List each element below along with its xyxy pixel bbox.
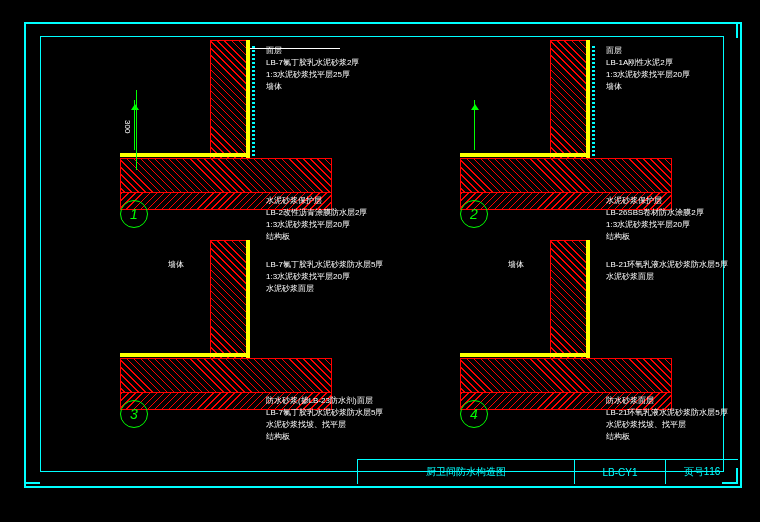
layer-label: LB-21环氧乳液水泥砂浆防水层5厚 xyxy=(606,408,728,418)
waterproof-membrane xyxy=(252,46,255,156)
layer-label: 1:3水泥砂浆找平层20厚 xyxy=(606,70,690,80)
layer-label: 水泥砂浆找坡、找平层 xyxy=(606,420,728,430)
layer-label: 水泥砂浆面层 xyxy=(266,284,383,294)
slab-hatch xyxy=(120,358,332,396)
layer-label: 防水砂浆面层 xyxy=(606,396,728,406)
floor-layer-labels: 防水砂浆(掺LB-23防水剂)面层 LB-7氯丁胶乳水泥砂浆防水层5厚 水泥砂浆… xyxy=(266,396,383,442)
detail-3[interactable]: 墙体 LB-7氯丁胶乳水泥砂浆防水层5厚 1:3水泥砂浆找平层20厚 水泥砂浆面… xyxy=(60,240,380,440)
corner-mark xyxy=(24,22,40,38)
layer-label: LB-7氯丁胶乳水泥砂浆防水层5厚 xyxy=(266,260,383,270)
waterproof-coating-floor xyxy=(120,153,250,157)
corner-mark xyxy=(722,22,738,38)
detail-number-4[interactable]: 4 xyxy=(460,400,488,428)
slab-hatch xyxy=(120,158,332,196)
layer-label: LB-7氯丁胶乳水泥砂浆防水层5厚 xyxy=(266,408,383,418)
floor-layer-labels: 水泥砂浆保护层 LB-2改性沥青涂膜防水层2厚 1:3水泥砂浆找平层20厚 结构… xyxy=(266,196,367,242)
waterproof-coating-floor xyxy=(120,353,250,357)
detail-number-1[interactable]: 1 xyxy=(120,200,148,228)
corner-mark xyxy=(24,468,40,484)
layer-label: LB-21环氧乳液水泥砂浆防水层5厚 xyxy=(606,260,728,270)
wall-layer-labels: 面层 LB-7氯丁胶乳水泥砂浆2厚 1:3水泥砂浆找平层25厚 墙体 xyxy=(266,46,359,92)
cad-drawing-canvas[interactable]: 300 面层 LB-7氯丁胶乳水泥砂浆2厚 1:3水泥砂浆找平层25厚 墙体 水… xyxy=(0,0,760,522)
detail-4[interactable]: 墙体 LB-21环氧乳液水泥砂浆防水层5厚 水泥砂浆面层 防水砂浆面层 LB-2… xyxy=(400,240,720,440)
wall-layer-labels: LB-7氯丁胶乳水泥砂浆防水层5厚 1:3水泥砂浆找平层20厚 水泥砂浆面层 xyxy=(266,260,383,294)
waterproof-coating xyxy=(246,40,250,160)
leader-line xyxy=(250,48,340,49)
layer-label: LB-2改性沥青涂膜防水层2厚 xyxy=(266,208,367,218)
layer-label: 面层 xyxy=(606,46,690,56)
layer-label: 水泥砂浆保护层 xyxy=(266,196,367,206)
slab-hatch xyxy=(460,158,672,196)
detail-2[interactable]: 面层 LB-1A刚性水泥2厚 1:3水泥砂浆找平层20厚 墙体 水泥砂浆保护层 … xyxy=(400,40,720,240)
detail-1[interactable]: 300 面层 LB-7氯丁胶乳水泥砂浆2厚 1:3水泥砂浆找平层25厚 墙体 水… xyxy=(60,40,380,240)
wall-label: 墙体 xyxy=(168,260,184,270)
layer-label: 墙体 xyxy=(606,82,690,92)
waterproof-coating xyxy=(586,40,590,160)
waterproof-membrane xyxy=(592,46,595,156)
layer-label: 水泥砂浆保护层 xyxy=(606,196,704,206)
wall-vertical-hatch xyxy=(550,40,588,162)
detail-number-2[interactable]: 2 xyxy=(460,200,488,228)
floor-layer-labels: 防水砂浆面层 LB-21环氧乳液水泥砂浆防水层5厚 水泥砂浆找坡、找平层 结构板 xyxy=(606,396,728,442)
layer-label: 水泥砂浆找坡、找平层 xyxy=(266,420,383,430)
waterproof-coating xyxy=(246,240,250,360)
wall-vertical-hatch xyxy=(550,240,588,362)
layer-label: 结构板 xyxy=(606,432,728,442)
layer-label: 1:3水泥砂浆找平层20厚 xyxy=(266,220,367,230)
layer-label: LB-26SBS卷材防水涂膜2厚 xyxy=(606,208,704,218)
layer-label: 墙体 xyxy=(266,82,359,92)
layer-label: 1:3水泥砂浆找平层25厚 xyxy=(266,70,359,80)
title-block: 厨卫间防水构造图 LB-CY1 页号116 xyxy=(357,459,738,484)
dim-text: 300 xyxy=(122,120,132,133)
wall-layer-labels: LB-21环氧乳液水泥砂浆防水层5厚 水泥砂浆面层 xyxy=(606,260,728,282)
waterproof-coating-floor xyxy=(460,153,590,157)
waterproof-coating xyxy=(586,240,590,360)
page-number: 页号116 xyxy=(665,460,738,484)
wall-label: 墙体 xyxy=(508,260,524,270)
wall-vertical-hatch xyxy=(210,40,248,162)
layer-label: 防水砂浆(掺LB-23防水剂)面层 xyxy=(266,396,383,406)
layer-label: 结构板 xyxy=(266,432,383,442)
dimension-line xyxy=(136,90,137,170)
waterproof-coating-floor xyxy=(460,353,590,357)
layer-label: 水泥砂浆面层 xyxy=(606,272,728,282)
wall-vertical-hatch xyxy=(210,240,248,362)
layer-label: 1:3水泥砂浆找平层20厚 xyxy=(606,220,704,230)
layer-label: 1:3水泥砂浆找平层20厚 xyxy=(266,272,383,282)
layer-label: LB-1A刚性水泥2厚 xyxy=(606,58,690,68)
wall-layer-labels: 面层 LB-1A刚性水泥2厚 1:3水泥砂浆找平层20厚 墙体 xyxy=(606,46,690,92)
floor-layer-labels: 水泥砂浆保护层 LB-26SBS卷材防水涂膜2厚 1:3水泥砂浆找平层20厚 结… xyxy=(606,196,704,242)
layer-label: LB-7氯丁胶乳水泥砂浆2厚 xyxy=(266,58,359,68)
dimension-arrow xyxy=(470,100,480,150)
slab-hatch xyxy=(460,358,672,396)
detail-number-3[interactable]: 3 xyxy=(120,400,148,428)
drawing-code: LB-CY1 xyxy=(574,460,665,484)
drawing-title: 厨卫间防水构造图 xyxy=(357,460,574,484)
